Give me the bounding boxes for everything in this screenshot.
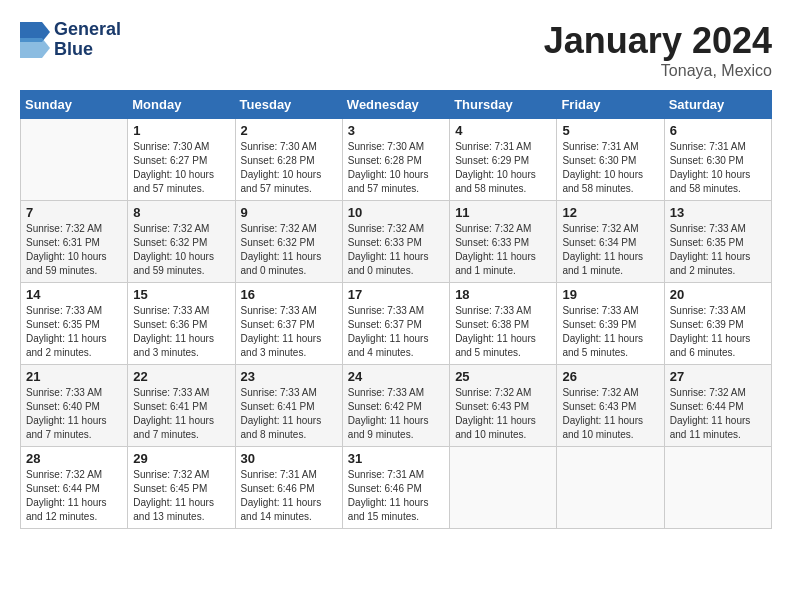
day-number: 15 [133, 287, 229, 302]
day-info: Sunrise: 7:32 AM Sunset: 6:45 PM Dayligh… [133, 468, 229, 524]
day-info: Sunrise: 7:31 AM Sunset: 6:29 PM Dayligh… [455, 140, 551, 196]
calendar-cell: 9Sunrise: 7:32 AM Sunset: 6:32 PM Daylig… [235, 201, 342, 283]
day-number: 7 [26, 205, 122, 220]
day-number: 19 [562, 287, 658, 302]
calendar-cell: 21Sunrise: 7:33 AM Sunset: 6:40 PM Dayli… [21, 365, 128, 447]
location: Tonaya, Mexico [544, 62, 772, 80]
day-number: 21 [26, 369, 122, 384]
day-number: 14 [26, 287, 122, 302]
day-info: Sunrise: 7:31 AM Sunset: 6:46 PM Dayligh… [241, 468, 337, 524]
day-info: Sunrise: 7:33 AM Sunset: 6:36 PM Dayligh… [133, 304, 229, 360]
calendar-cell: 1Sunrise: 7:30 AM Sunset: 6:27 PM Daylig… [128, 119, 235, 201]
day-info: Sunrise: 7:31 AM Sunset: 6:30 PM Dayligh… [562, 140, 658, 196]
calendar-header-row: SundayMondayTuesdayWednesdayThursdayFrid… [21, 91, 772, 119]
calendar-cell: 30Sunrise: 7:31 AM Sunset: 6:46 PM Dayli… [235, 447, 342, 529]
day-number: 12 [562, 205, 658, 220]
calendar-cell: 10Sunrise: 7:32 AM Sunset: 6:33 PM Dayli… [342, 201, 449, 283]
calendar-cell: 20Sunrise: 7:33 AM Sunset: 6:39 PM Dayli… [664, 283, 771, 365]
day-info: Sunrise: 7:33 AM Sunset: 6:37 PM Dayligh… [348, 304, 444, 360]
calendar-cell: 31Sunrise: 7:31 AM Sunset: 6:46 PM Dayli… [342, 447, 449, 529]
day-info: Sunrise: 7:32 AM Sunset: 6:33 PM Dayligh… [348, 222, 444, 278]
calendar-cell: 27Sunrise: 7:32 AM Sunset: 6:44 PM Dayli… [664, 365, 771, 447]
logo-line2: Blue [54, 40, 121, 60]
day-number: 18 [455, 287, 551, 302]
calendar-cell: 8Sunrise: 7:32 AM Sunset: 6:32 PM Daylig… [128, 201, 235, 283]
calendar-cell: 24Sunrise: 7:33 AM Sunset: 6:42 PM Dayli… [342, 365, 449, 447]
day-info: Sunrise: 7:32 AM Sunset: 6:32 PM Dayligh… [133, 222, 229, 278]
day-info: Sunrise: 7:32 AM Sunset: 6:34 PM Dayligh… [562, 222, 658, 278]
calendar-cell: 17Sunrise: 7:33 AM Sunset: 6:37 PM Dayli… [342, 283, 449, 365]
calendar-cell: 22Sunrise: 7:33 AM Sunset: 6:41 PM Dayli… [128, 365, 235, 447]
day-info: Sunrise: 7:32 AM Sunset: 6:31 PM Dayligh… [26, 222, 122, 278]
calendar-cell: 11Sunrise: 7:32 AM Sunset: 6:33 PM Dayli… [450, 201, 557, 283]
day-info: Sunrise: 7:33 AM Sunset: 6:39 PM Dayligh… [562, 304, 658, 360]
calendar-cell [664, 447, 771, 529]
calendar-cell: 18Sunrise: 7:33 AM Sunset: 6:38 PM Dayli… [450, 283, 557, 365]
day-number: 4 [455, 123, 551, 138]
week-row-3: 14Sunrise: 7:33 AM Sunset: 6:35 PM Dayli… [21, 283, 772, 365]
day-info: Sunrise: 7:31 AM Sunset: 6:30 PM Dayligh… [670, 140, 766, 196]
day-number: 2 [241, 123, 337, 138]
day-number: 30 [241, 451, 337, 466]
day-number: 29 [133, 451, 229, 466]
calendar-cell: 26Sunrise: 7:32 AM Sunset: 6:43 PM Dayli… [557, 365, 664, 447]
day-number: 24 [348, 369, 444, 384]
calendar-body: 1Sunrise: 7:30 AM Sunset: 6:27 PM Daylig… [21, 119, 772, 529]
day-info: Sunrise: 7:32 AM Sunset: 6:44 PM Dayligh… [26, 468, 122, 524]
day-info: Sunrise: 7:33 AM Sunset: 6:42 PM Dayligh… [348, 386, 444, 442]
calendar-cell: 6Sunrise: 7:31 AM Sunset: 6:30 PM Daylig… [664, 119, 771, 201]
week-row-2: 7Sunrise: 7:32 AM Sunset: 6:31 PM Daylig… [21, 201, 772, 283]
calendar-cell: 14Sunrise: 7:33 AM Sunset: 6:35 PM Dayli… [21, 283, 128, 365]
week-row-4: 21Sunrise: 7:33 AM Sunset: 6:40 PM Dayli… [21, 365, 772, 447]
day-number: 13 [670, 205, 766, 220]
day-info: Sunrise: 7:33 AM Sunset: 6:41 PM Dayligh… [133, 386, 229, 442]
day-number: 5 [562, 123, 658, 138]
month-title: January 2024 [544, 20, 772, 62]
day-number: 3 [348, 123, 444, 138]
day-number: 17 [348, 287, 444, 302]
day-info: Sunrise: 7:30 AM Sunset: 6:28 PM Dayligh… [348, 140, 444, 196]
day-info: Sunrise: 7:33 AM Sunset: 6:40 PM Dayligh… [26, 386, 122, 442]
calendar-cell: 13Sunrise: 7:33 AM Sunset: 6:35 PM Dayli… [664, 201, 771, 283]
day-number: 22 [133, 369, 229, 384]
day-info: Sunrise: 7:33 AM Sunset: 6:38 PM Dayligh… [455, 304, 551, 360]
calendar-cell: 16Sunrise: 7:33 AM Sunset: 6:37 PM Dayli… [235, 283, 342, 365]
calendar-cell: 7Sunrise: 7:32 AM Sunset: 6:31 PM Daylig… [21, 201, 128, 283]
day-header-saturday: Saturday [664, 91, 771, 119]
day-info: Sunrise: 7:32 AM Sunset: 6:32 PM Dayligh… [241, 222, 337, 278]
day-info: Sunrise: 7:31 AM Sunset: 6:46 PM Dayligh… [348, 468, 444, 524]
day-info: Sunrise: 7:32 AM Sunset: 6:44 PM Dayligh… [670, 386, 766, 442]
page-header: General Blue January 2024 Tonaya, Mexico [20, 20, 772, 80]
calendar-cell: 3Sunrise: 7:30 AM Sunset: 6:28 PM Daylig… [342, 119, 449, 201]
day-number: 1 [133, 123, 229, 138]
day-info: Sunrise: 7:33 AM Sunset: 6:35 PM Dayligh… [26, 304, 122, 360]
day-info: Sunrise: 7:32 AM Sunset: 6:43 PM Dayligh… [562, 386, 658, 442]
calendar-cell: 5Sunrise: 7:31 AM Sunset: 6:30 PM Daylig… [557, 119, 664, 201]
day-number: 28 [26, 451, 122, 466]
calendar-cell: 28Sunrise: 7:32 AM Sunset: 6:44 PM Dayli… [21, 447, 128, 529]
day-info: Sunrise: 7:30 AM Sunset: 6:27 PM Dayligh… [133, 140, 229, 196]
day-number: 25 [455, 369, 551, 384]
calendar-cell: 2Sunrise: 7:30 AM Sunset: 6:28 PM Daylig… [235, 119, 342, 201]
day-header-thursday: Thursday [450, 91, 557, 119]
day-number: 23 [241, 369, 337, 384]
day-header-tuesday: Tuesday [235, 91, 342, 119]
week-row-1: 1Sunrise: 7:30 AM Sunset: 6:27 PM Daylig… [21, 119, 772, 201]
day-info: Sunrise: 7:32 AM Sunset: 6:33 PM Dayligh… [455, 222, 551, 278]
day-number: 9 [241, 205, 337, 220]
calendar-cell: 12Sunrise: 7:32 AM Sunset: 6:34 PM Dayli… [557, 201, 664, 283]
calendar-cell: 25Sunrise: 7:32 AM Sunset: 6:43 PM Dayli… [450, 365, 557, 447]
day-info: Sunrise: 7:33 AM Sunset: 6:39 PM Dayligh… [670, 304, 766, 360]
day-info: Sunrise: 7:33 AM Sunset: 6:35 PM Dayligh… [670, 222, 766, 278]
svg-marker-1 [20, 38, 50, 58]
calendar-cell: 19Sunrise: 7:33 AM Sunset: 6:39 PM Dayli… [557, 283, 664, 365]
day-info: Sunrise: 7:32 AM Sunset: 6:43 PM Dayligh… [455, 386, 551, 442]
day-number: 8 [133, 205, 229, 220]
day-number: 11 [455, 205, 551, 220]
calendar-cell [21, 119, 128, 201]
calendar-cell: 29Sunrise: 7:32 AM Sunset: 6:45 PM Dayli… [128, 447, 235, 529]
day-header-monday: Monday [128, 91, 235, 119]
week-row-5: 28Sunrise: 7:32 AM Sunset: 6:44 PM Dayli… [21, 447, 772, 529]
day-info: Sunrise: 7:33 AM Sunset: 6:41 PM Dayligh… [241, 386, 337, 442]
calendar-cell [557, 447, 664, 529]
